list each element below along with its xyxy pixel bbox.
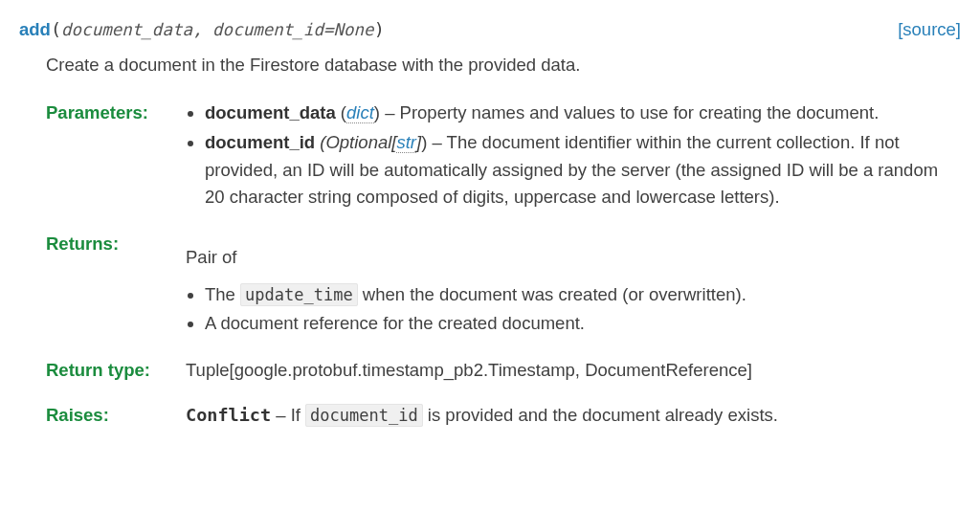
return-type-row: Return type: Tuple[google.protobuf.times… (46, 357, 961, 385)
returns-content: Pair of The update_time when the documen… (186, 231, 961, 340)
type-link-dict[interactable]: dict (346, 102, 374, 123)
raises-content: Conflict – If document_id is provided an… (186, 402, 961, 430)
parameters-row: Parameters: document_data (dict) – Prope… (46, 100, 961, 213)
param-name: document_id (205, 132, 315, 152)
parameters-content: document_data (dict) – Property names an… (186, 100, 961, 213)
method-summary: Create a document in the Firestore datab… (46, 52, 961, 79)
return-type-label: Return type: (46, 357, 186, 385)
source-link[interactable]: source (898, 16, 961, 44)
return-item: A document reference for the created doc… (205, 310, 961, 338)
param-item: document_data (dict) – Property names an… (205, 100, 961, 127)
method-params: document_data, document_id=None (61, 17, 374, 43)
method-header: add(document_data, document_id=None) sou… (19, 16, 961, 44)
paren-open: ( (51, 16, 61, 44)
returns-row: Returns: Pair of The update_time when th… (46, 231, 961, 340)
code-document-id: document_id (305, 404, 423, 427)
returns-label: Returns: (46, 231, 186, 258)
param-name: document_data (205, 102, 336, 122)
type-link-str[interactable]: str (396, 132, 416, 153)
raises-row: Raises: Conflict – If document_id is pro… (46, 402, 961, 430)
exception-name: Conflict (186, 405, 271, 425)
param-item: document_id (Optional[str]) – The docume… (205, 129, 961, 211)
method-body: Create a document in the Firestore datab… (46, 52, 961, 430)
return-type-content: Tuple[google.protobuf.timestamp_pb2.Time… (186, 357, 961, 385)
returns-intro: Pair of (186, 244, 961, 272)
parameters-label: Parameters: (46, 100, 186, 127)
code-update-time: update_time (240, 283, 358, 306)
method-name: add (19, 16, 51, 44)
raises-label: Raises: (46, 402, 186, 430)
paren-close: ) (374, 16, 385, 44)
return-item: The update_time when the document was cr… (205, 281, 961, 309)
